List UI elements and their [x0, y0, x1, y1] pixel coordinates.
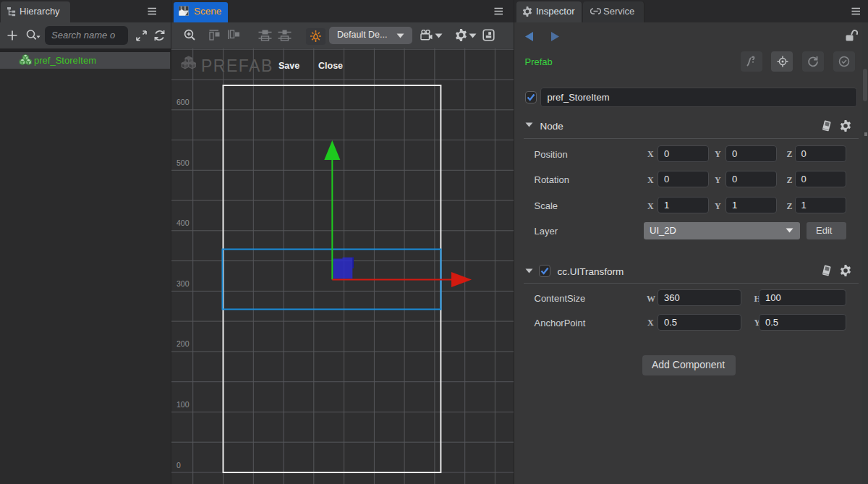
svg-text:100: 100: [176, 400, 190, 409]
svg-text:0: 0: [176, 461, 181, 470]
svg-text:400: 400: [176, 218, 190, 227]
svg-text:300: 300: [176, 279, 190, 288]
svg-text:200: 200: [176, 339, 190, 348]
svg-text:500: 500: [176, 158, 190, 167]
svg-text:600: 600: [176, 98, 190, 106]
